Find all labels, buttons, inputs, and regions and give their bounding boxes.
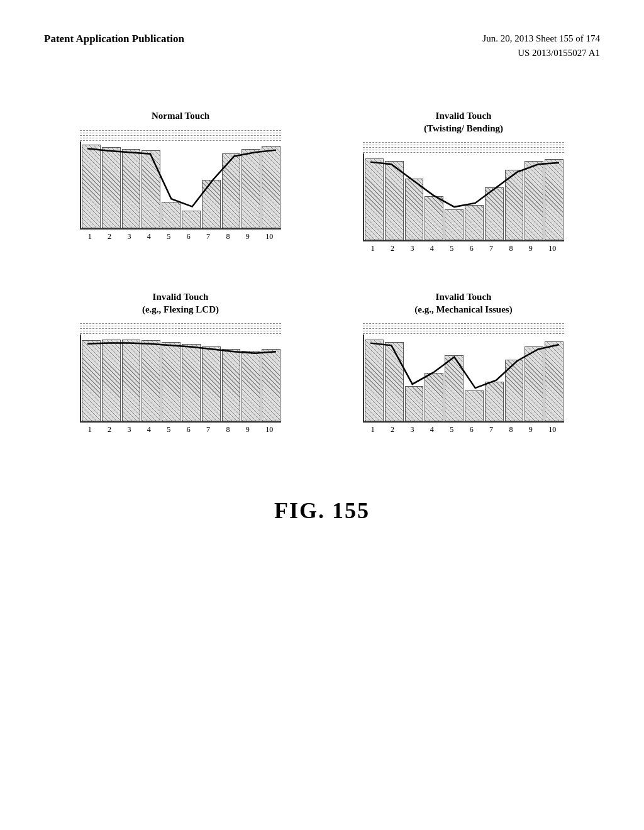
- chart-title-invalid-touch-flexing: Invalid Touch(e.g., Flexing LCD): [142, 291, 219, 316]
- chart-wrapper-invalid-touch-twisting: [363, 153, 564, 241]
- top-dashes-invalid-touch-mechanical: [363, 322, 564, 335]
- x-label: 9: [529, 244, 533, 253]
- x-label: 5: [450, 425, 453, 434]
- x-label: 4: [147, 425, 151, 434]
- signal-svg-normal-touch: [81, 141, 282, 230]
- chart-area-invalid-touch-twisting: [363, 153, 564, 241]
- x-label: 1: [371, 244, 375, 253]
- x-label: 7: [489, 244, 493, 253]
- x-label: 5: [167, 232, 170, 241]
- x-label: 2: [391, 425, 394, 434]
- signal-svg-invalid-touch-twisting: [364, 153, 565, 241]
- top-dashes-invalid-touch-twisting: [363, 141, 564, 153]
- x-label: 1: [88, 425, 92, 434]
- main-content: Normal Touch12345678910Invalid Touch(Twi…: [44, 110, 600, 524]
- x-label: 6: [470, 244, 474, 253]
- charts-grid: Normal Touch12345678910Invalid Touch(Twi…: [64, 110, 580, 434]
- x-label: 8: [509, 244, 513, 253]
- chart-block-invalid-touch-mechanical: Invalid Touch(e.g., Mechanical Issues)12…: [347, 291, 580, 434]
- chart-wrapper-normal-touch: [80, 141, 281, 230]
- x-label: 5: [450, 244, 453, 253]
- x-label: 10: [265, 425, 273, 434]
- x-label: 8: [226, 232, 230, 241]
- figure-label: FIG. 155: [274, 497, 370, 524]
- chart-block-normal-touch: Normal Touch12345678910: [64, 110, 297, 253]
- x-labels-invalid-touch-twisting: 12345678910: [363, 244, 564, 253]
- x-labels-invalid-touch-flexing: 12345678910: [80, 425, 281, 434]
- page: Patent Application Publication Jun. 20, …: [0, 0, 644, 830]
- x-label: 7: [489, 425, 493, 434]
- header-info: Jun. 20, 2013 Sheet 155 of 174 US 2013/0…: [482, 31, 600, 60]
- signal-svg-invalid-touch-mechanical: [364, 335, 565, 423]
- x-label: 3: [410, 244, 414, 253]
- x-label: 3: [127, 425, 131, 434]
- top-dashes-normal-touch: [80, 129, 281, 141]
- chart-title-normal-touch: Normal Touch: [152, 110, 209, 123]
- x-label: 4: [430, 425, 434, 434]
- x-label: 5: [167, 425, 170, 434]
- x-label: 8: [226, 425, 230, 434]
- x-label: 2: [391, 244, 394, 253]
- x-label: 6: [187, 232, 191, 241]
- x-label: 10: [265, 232, 273, 241]
- chart-wrapper-invalid-touch-mechanical: [363, 335, 564, 423]
- x-label: 9: [246, 232, 250, 241]
- x-label: 10: [548, 425, 556, 434]
- x-label: 1: [371, 425, 375, 434]
- top-dashes-invalid-touch-flexing: [80, 322, 281, 335]
- chart-area-invalid-touch-flexing: [80, 335, 281, 423]
- chart-title-invalid-touch-twisting: Invalid Touch(Twisting/ Bending): [424, 110, 503, 135]
- x-label: 4: [147, 232, 151, 241]
- publication-label: Patent Application Publication: [44, 31, 184, 47]
- x-label: 2: [108, 425, 111, 434]
- x-label: 10: [548, 244, 556, 253]
- x-label: 4: [430, 244, 434, 253]
- chart-area-invalid-touch-mechanical: [363, 335, 564, 423]
- x-label: 8: [509, 425, 513, 434]
- chart-block-invalid-touch-flexing: Invalid Touch(e.g., Flexing LCD)12345678…: [64, 291, 297, 434]
- header-date-sheet: Jun. 20, 2013 Sheet 155 of 174: [482, 31, 600, 46]
- x-label: 2: [108, 232, 111, 241]
- chart-title-invalid-touch-mechanical: Invalid Touch(e.g., Mechanical Issues): [414, 291, 512, 316]
- x-label: 9: [246, 425, 250, 434]
- header: Patent Application Publication Jun. 20, …: [44, 31, 600, 60]
- chart-area-normal-touch: [80, 141, 281, 230]
- x-labels-normal-touch: 12345678910: [80, 232, 281, 241]
- header-patent-number: US 2013/0155027 A1: [482, 46, 600, 60]
- x-label: 1: [88, 232, 92, 241]
- x-label: 7: [206, 425, 210, 434]
- chart-block-invalid-touch-twisting: Invalid Touch(Twisting/ Bending)12345678…: [347, 110, 580, 253]
- x-label: 3: [127, 232, 131, 241]
- x-label: 9: [529, 425, 533, 434]
- x-label: 3: [410, 425, 414, 434]
- x-label: 6: [470, 425, 474, 434]
- signal-svg-invalid-touch-flexing: [81, 335, 282, 423]
- x-labels-invalid-touch-mechanical: 12345678910: [363, 425, 564, 434]
- x-label: 6: [187, 425, 191, 434]
- chart-wrapper-invalid-touch-flexing: [80, 335, 281, 423]
- x-label: 7: [206, 232, 210, 241]
